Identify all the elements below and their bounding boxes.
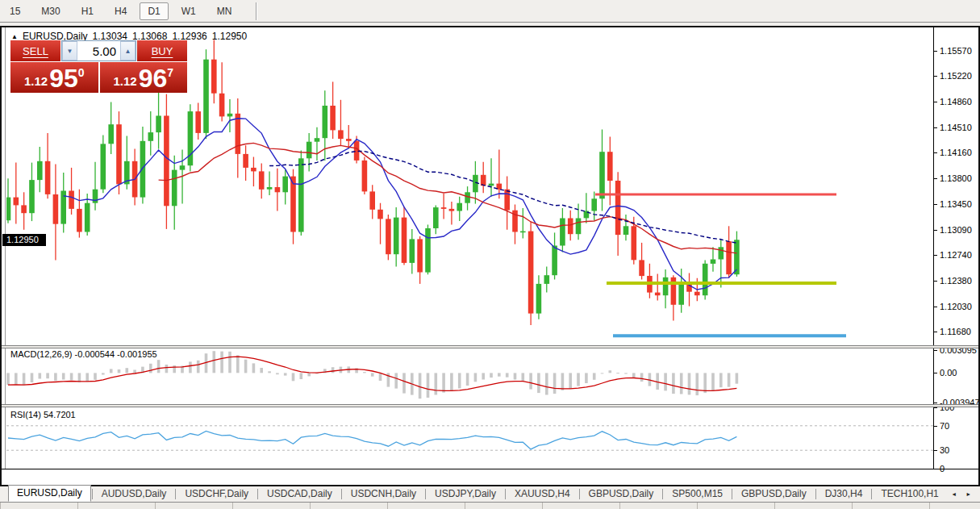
tf-button-h4[interactable]: H4 (106, 2, 135, 20)
axis-tick (934, 469, 937, 469)
axis-tick (934, 102, 937, 102)
one-click-trading-panel: SELL ▼ ▲ BUY 1.12 95 0 1.12 (10, 40, 187, 93)
axis-tick (934, 230, 937, 231)
axis-tick (934, 403, 937, 403)
date-axis (2, 469, 978, 485)
tab-separator (341, 489, 342, 499)
chart-window: 1 Dec 201811 Dec 201820 Dec 201829 Dec 2… (0, 26, 980, 486)
axis-tick (934, 332, 937, 332)
buy-button[interactable]: BUY (137, 40, 187, 61)
axis-tick (934, 350, 937, 351)
axis-tick (934, 426, 937, 427)
sell-button[interactable]: SELL (10, 40, 60, 61)
price-axis-label: 1.12380 (940, 276, 972, 286)
axis-tick (934, 450, 937, 451)
rsi-axis-label: 30 (940, 445, 949, 455)
volume-decrease-button[interactable]: ▼ (62, 41, 77, 60)
pane-separator-macd[interactable] (2, 345, 978, 348)
volume-input[interactable] (77, 41, 120, 60)
tab-bar-groove (0, 502, 980, 509)
axis-tick (934, 76, 937, 77)
axis-tick (934, 127, 937, 128)
axis-tick (934, 373, 937, 373)
tab-eurusd-daily[interactable]: EURUSD,Daily (8, 485, 91, 502)
tab-gbpusd-daily[interactable]: GBPUSD,Daily (581, 486, 662, 502)
tf-button-d1[interactable]: D1 (140, 2, 168, 20)
collapse-panel-icon[interactable]: ▲ (11, 33, 18, 40)
tab-separator (257, 489, 258, 499)
rsi-levels (6, 426, 933, 450)
rsi-axis-label: 70 (940, 421, 949, 431)
tab-usdjpy-daily[interactable]: USDJPY,Daily (427, 486, 504, 502)
macd-indicator-label: MACD(12,26,9) -0.000544 -0.001955 (10, 349, 157, 359)
price-axis-label: 1.11680 (940, 327, 971, 336)
tabs-scroll-right-button[interactable]: ► (962, 488, 975, 500)
axis-tick (934, 281, 937, 282)
pane-separator-rsi[interactable] (2, 404, 978, 407)
axis-tick (934, 407, 937, 408)
volume-stepper: ▼ ▲ (61, 40, 136, 61)
tab-separator (425, 489, 426, 499)
price-axis-label: 1.12030 (940, 302, 972, 311)
toolbar-separator (256, 2, 257, 20)
chart-canvas[interactable]: 1 Dec 201811 Dec 201820 Dec 201829 Dec 2… (6, 27, 933, 485)
tf-button-mn[interactable]: MN (209, 2, 240, 20)
rsi-indicator-label: RSI(14) 54.7201 (10, 410, 76, 419)
tf-button-w1[interactable]: W1 (173, 2, 204, 20)
tab-sp500-m15[interactable]: SP500,M15 (664, 486, 731, 502)
price-axis-label: 1.15220 (940, 71, 972, 81)
tab-tech100-h1[interactable]: TECH100,H1 (873, 486, 946, 502)
tab-usdcad-daily[interactable]: USDCAD,Daily (259, 486, 340, 502)
tf-button-m30[interactable]: M30 (33, 2, 68, 20)
tab-usdcnh-daily[interactable]: USDCNH,Daily (343, 486, 424, 502)
tabs-scroll-left-button[interactable]: ◄ (948, 488, 961, 500)
ohlc-close: 1.12950 (212, 31, 247, 42)
axis-tick (934, 307, 937, 307)
tf-button-15[interactable]: 15 (2, 2, 28, 20)
sell-price[interactable]: 1.12 95 0 (10, 62, 98, 93)
tab-audusd-daily[interactable]: AUDUSD,Daily (94, 486, 175, 502)
price-axis-label: 1.14160 (940, 148, 972, 157)
tab-separator (505, 489, 506, 499)
tab-separator (175, 489, 176, 499)
price-axis-label: 1.13090 (940, 225, 972, 235)
rsi-line (8, 431, 736, 449)
volume-increase-button[interactable]: ▲ (120, 41, 136, 60)
macd-axis-label: 0.00 (940, 368, 957, 378)
tab-gbpusd-daily[interactable]: GBPUSD,Daily (733, 486, 815, 502)
tab-separator (579, 489, 580, 499)
price-axis-label: 1.13800 (940, 173, 972, 183)
timeframe-toolbar: 15M30H1H4D1W1MN (0, 0, 980, 23)
price-axis-label: 1.15570 (940, 46, 972, 56)
axis-tick (934, 51, 937, 52)
symbol-tabs: EURUSD,DailyAUDUSD,DailyUSDCHF,DailyUSDC… (0, 486, 980, 502)
price-axis-label: 1.13450 (940, 199, 972, 209)
tab-usdchf-daily[interactable]: USDCHF,Daily (177, 486, 256, 502)
tab-separator (732, 489, 732, 499)
axis-tick (934, 255, 937, 256)
rsi-axis-label: 0 (940, 464, 945, 474)
buy-price[interactable]: 1.12 96 7 (100, 62, 188, 93)
tab-dj30-h4[interactable]: DJ30,H4 (817, 486, 871, 502)
axis-tick (934, 204, 937, 205)
axis-tick (934, 152, 937, 153)
window-left-frame (3, 27, 6, 485)
price-axis-label: 1.12740 (940, 250, 972, 260)
tab-xauusd-h4[interactable]: XAUUSD,H4 (507, 486, 578, 502)
symbol-tab-bar: EURUSD,DailyAUDUSD,DailyUSDCHF,DailyUSDC… (0, 486, 980, 509)
price-axis: 1.155701.152201.148601.145101.141601.138… (933, 27, 978, 469)
axis-tick (934, 178, 937, 179)
price-axis-label: 1.14860 (940, 97, 972, 106)
tf-button-h1[interactable]: H1 (73, 2, 102, 20)
tab-separator (815, 489, 816, 499)
tab-separator (662, 489, 663, 499)
tab-separator (871, 489, 872, 499)
trading-terminal: 15M30H1H4D1W1MN 1 Dec 201811 Dec 201820 … (0, 0, 980, 509)
tab-separator (92, 489, 93, 499)
price-axis-label: 1.14510 (940, 123, 972, 132)
current-price-tag: 1.12950 (2, 234, 46, 246)
